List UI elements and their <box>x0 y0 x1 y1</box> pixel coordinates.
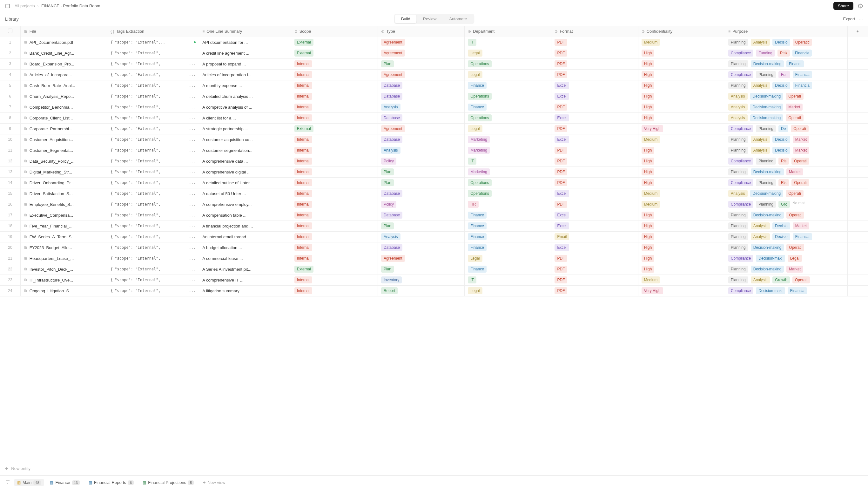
table-row[interactable]: 14 🗎 Driver_Onboarding_Pr... { "scope": … <box>0 177 868 188</box>
file-cell[interactable]: 🗎 Five_Year_Financial_... <box>20 220 107 231</box>
conf-cell[interactable]: High <box>638 177 725 188</box>
summary-cell[interactable]: A monthly expense ... <box>199 80 291 91</box>
more-icon[interactable]: ... <box>189 62 196 66</box>
table-row[interactable]: 20 🗎 FY2023_Budget_Allo... { "scope": "I… <box>0 242 868 253</box>
header-type[interactable]: ⊘Type <box>378 26 464 37</box>
purpose-cell[interactable]: PlanningAnalysisDecisioFinancia <box>725 231 847 242</box>
dept-cell[interactable]: IT <box>465 37 551 48</box>
summary-cell[interactable]: A customer segmentation... <box>199 145 291 156</box>
dept-cell[interactable]: Finance <box>465 231 551 242</box>
add-column-button[interactable]: + <box>847 26 868 37</box>
purpose-cell[interactable]: CompliancePlanningDeOperati <box>725 123 847 134</box>
header-summary[interactable]: ≡One Line Summary <box>199 26 291 37</box>
table-row[interactable]: 23 🗎 IT_Infrastructure_Ove... { "scope":… <box>0 275 868 285</box>
format-cell[interactable]: Excel <box>551 242 638 253</box>
dept-cell[interactable]: IT <box>465 156 551 166</box>
more-icon[interactable]: ... <box>189 105 196 109</box>
dept-cell[interactable]: Finance <box>465 242 551 253</box>
more-icon[interactable]: ... <box>189 278 196 282</box>
purpose-cell[interactable]: PlanningAnalysisDecisioMarket <box>725 145 847 156</box>
format-cell[interactable]: PDF <box>551 166 638 177</box>
breadcrumb-root[interactable]: All projects <box>14 3 35 8</box>
dept-cell[interactable]: Operations <box>465 177 551 188</box>
format-cell[interactable]: Excel <box>551 220 638 231</box>
tags-cell[interactable]: { "scope": "Internal", ... <box>107 199 199 210</box>
more-icon[interactable]: ... <box>189 235 196 239</box>
purpose-cell[interactable]: PlanningDecision-makingMarket <box>725 166 847 177</box>
format-cell[interactable]: PDF <box>551 102 638 113</box>
scope-cell[interactable]: Internal <box>291 220 378 231</box>
purpose-cell[interactable]: PlanningAnalysisGrowthOperati <box>725 275 847 285</box>
file-cell[interactable]: 🗎 Digital_Marketing_Str... <box>20 166 107 177</box>
purpose-cell[interactable]: AnalysisDecision-makingOperati <box>725 113 847 123</box>
dept-cell[interactable]: Operations <box>465 91 551 102</box>
share-button[interactable]: Share <box>833 2 854 10</box>
new-view-button[interactable]: + New view <box>199 479 228 487</box>
more-icon[interactable]: ... <box>189 170 196 174</box>
tags-cell[interactable]: { "scope": "Internal", ... <box>107 188 199 199</box>
tags-cell[interactable]: { "scope": "Internal", ... <box>107 156 199 166</box>
table-row[interactable]: 15 🗎 Driver_Satisfaction_S... { "scope":… <box>0 188 868 199</box>
file-cell[interactable]: 🗎 Corporate_Client_List... <box>20 113 107 123</box>
format-cell[interactable]: PDF <box>551 177 638 188</box>
type-cell[interactable]: Agreement <box>378 48 464 58</box>
table-row[interactable]: 19 🗎 FW_Series_A_Term_S... { "scope": "I… <box>0 231 868 242</box>
more-icon[interactable]: ... <box>189 94 196 98</box>
header-scope[interactable]: ⊘Scope <box>291 26 378 37</box>
purpose-cell[interactable]: CompliancePlanningFunFinancia <box>725 69 847 80</box>
table-row[interactable]: 5 🗎 Cash_Burn_Rate_Anal... { "scope": "I… <box>0 80 868 91</box>
type-cell[interactable]: Agreement <box>378 253 464 264</box>
format-cell[interactable]: PDF <box>551 145 638 156</box>
file-cell[interactable]: 🗎 Bank_Credit_Line_Agr... <box>20 48 107 58</box>
conf-cell[interactable]: High <box>638 220 725 231</box>
tags-cell[interactable]: { "scope": "Internal", ... <box>107 231 199 242</box>
more-icon[interactable]: ... <box>189 51 196 55</box>
tags-cell[interactable]: { "scope": "Internal", ... <box>107 166 199 177</box>
format-cell[interactable]: PDF <box>551 48 638 58</box>
file-cell[interactable]: 🗎 IT_Infrastructure_Ove... <box>20 275 107 285</box>
tags-cell[interactable]: { "scope": "Internal", ... <box>107 220 199 231</box>
format-cell[interactable]: PDF <box>551 37 638 48</box>
summary-cell[interactable]: API documentation for ... <box>199 37 291 48</box>
purpose-cell[interactable]: ComplianceDecision-makiLegal <box>725 253 847 264</box>
conf-cell[interactable]: High <box>638 166 725 177</box>
type-cell[interactable]: Inventory <box>378 275 464 285</box>
file-cell[interactable]: 🗎 Cash_Burn_Rate_Anal... <box>20 80 107 91</box>
type-cell[interactable]: Database <box>378 242 464 253</box>
table-row[interactable]: 6 🗎 Churn_Analysis_Repo... { "scope": "I… <box>0 91 868 102</box>
conf-cell[interactable]: High <box>638 210 725 220</box>
file-cell[interactable]: 🗎 Corporate_Partnershi... <box>20 123 107 134</box>
new-entity-button[interactable]: + New entity <box>0 462 868 476</box>
type-cell[interactable]: Agreement <box>378 123 464 134</box>
tags-cell[interactable]: { "scope": "Internal", ... <box>107 134 199 145</box>
table-row[interactable]: 17 🗎 Executive_Compensa... { "scope": "I… <box>0 210 868 220</box>
tags-cell[interactable]: { "scope": "External", ... <box>107 48 199 58</box>
file-cell[interactable]: 🗎 Driver_Satisfaction_S... <box>20 188 107 199</box>
purpose-cell[interactable]: PlanningAnalysisDecisioMarket <box>725 134 847 145</box>
scope-cell[interactable]: Internal <box>291 188 378 199</box>
scope-cell[interactable]: Internal <box>291 156 378 166</box>
more-icon[interactable]: ... <box>189 137 196 142</box>
header-tags[interactable]: { }Tags Extraction <box>107 26 199 37</box>
table-row[interactable]: 1 🗎 API_Documentation.pdf { "scope": "Ex… <box>0 37 868 48</box>
header-department[interactable]: ⊘Department <box>465 26 551 37</box>
scope-cell[interactable]: Internal <box>291 69 378 80</box>
dept-cell[interactable]: Marketing <box>465 134 551 145</box>
purpose-cell[interactable]: CompliancePlanningRisOperati <box>725 156 847 166</box>
file-cell[interactable]: 🗎 Employee_Benefits_S... <box>20 199 107 210</box>
type-cell[interactable]: Policy <box>378 156 464 166</box>
type-cell[interactable]: Analysis <box>378 145 464 156</box>
dept-cell[interactable]: Legal <box>465 69 551 80</box>
summary-cell[interactable]: A detailed churn analysis ... <box>199 91 291 102</box>
scope-cell[interactable]: Internal <box>291 80 378 91</box>
more-icon[interactable]: ... <box>189 267 196 271</box>
table-row[interactable]: 13 🗎 Digital_Marketing_Str... { "scope":… <box>0 166 868 177</box>
type-cell[interactable]: Database <box>378 113 464 123</box>
type-cell[interactable]: Analysis <box>378 102 464 113</box>
scope-cell[interactable]: Internal <box>291 210 378 220</box>
more-icon[interactable]: ... <box>189 191 196 196</box>
purpose-cell[interactable]: PlanningDecision-makingOperati <box>725 210 847 220</box>
summary-cell[interactable]: A credit line agreement ... <box>199 48 291 58</box>
dept-cell[interactable]: Operations <box>465 113 551 123</box>
scope-cell[interactable]: Internal <box>291 199 378 210</box>
